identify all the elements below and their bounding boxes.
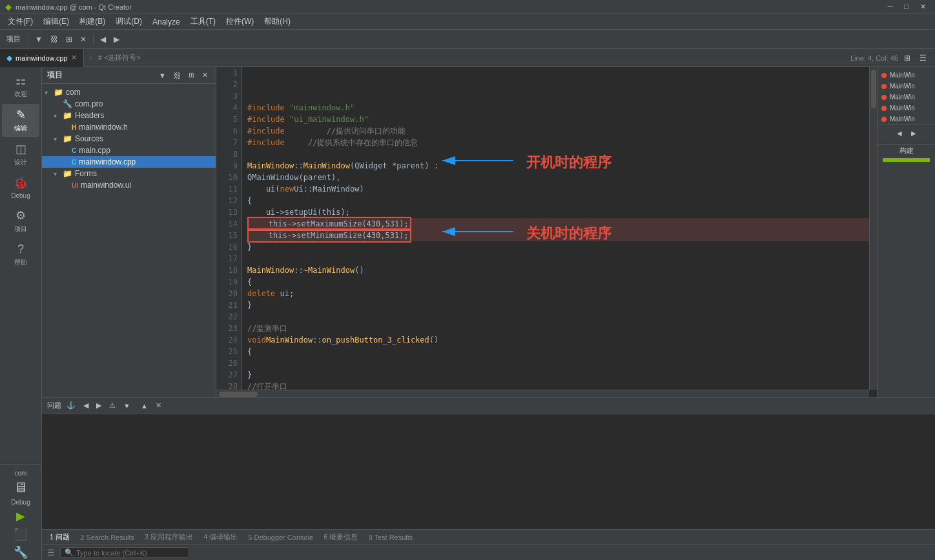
nav-back-button[interactable]: ◀	[97, 33, 109, 46]
tree-icon-mainwindow-ui: UI	[72, 181, 78, 190]
project-split-button[interactable]: ⊞	[186, 70, 197, 81]
filter-button[interactable]: ▼	[32, 33, 46, 46]
maximize-button[interactable]: □	[900, 1, 912, 12]
code-content[interactable]: #include "mainwindow.h"#include "ui_main…	[242, 67, 877, 397]
right-panel-item-0[interactable]: MainWin	[878, 70, 935, 81]
issues-anchor-button[interactable]: ⚓	[64, 401, 78, 410]
search-input[interactable]	[76, 549, 185, 557]
issues-prev-button[interactable]: ◀	[81, 401, 91, 410]
right-panel-item-3[interactable]: MainWin	[878, 103, 935, 114]
horizontal-scrollbar[interactable]	[216, 390, 869, 397]
menu-item-e[interactable]: 编辑(E)	[38, 15, 74, 28]
project-link-button[interactable]: ⛓	[171, 70, 183, 81]
menu-item-f[interactable]: 文件(F)	[3, 15, 38, 28]
code-line-7: QMainWindow(parent),	[247, 172, 872, 183]
sidebar-label-project: 项目	[14, 225, 27, 234]
right-panel-item-2[interactable]: MainWin	[878, 92, 935, 103]
sidebar-icon-debug: 🐞	[14, 176, 28, 190]
menu-item-t[interactable]: 工具(T)	[185, 15, 221, 28]
close-button[interactable]: ✕	[916, 1, 930, 12]
active-tab[interactable]: ◆ mainwindow.cpp ✕	[0, 49, 84, 67]
issues-next-button[interactable]: ▶	[94, 401, 104, 410]
tree-item-headers[interactable]: ▾📁Headers	[42, 110, 216, 121]
sidebar-btn-edit[interactable]: ✎编辑	[2, 104, 39, 137]
tree-item-forms[interactable]: ▾📁Forms	[42, 168, 216, 179]
tree-item-mainwindow-h[interactable]: Hmainwindow.h	[42, 121, 216, 133]
bottom-tab-2[interactable]: 3 应用程序输出	[142, 531, 196, 543]
h-scrollbar-thumb[interactable]	[219, 392, 258, 397]
code-editor: 1234567891011121314151617181920212223242…	[216, 67, 877, 397]
bottom-tab-5[interactable]: 6 概要信息	[321, 531, 360, 543]
bottom-tab-4[interactable]: 5 Debugger Console	[245, 532, 316, 543]
tab-close-button[interactable]: ✕	[71, 54, 77, 62]
code-line-22: {	[247, 346, 872, 357]
tree-item-main-cpp[interactable]: Cmain.cpp	[42, 145, 216, 156]
editor-and-right: 项目 ▼ ⛓ ⊞ ✕ ▾📁com 🔧com.pro▾📁Headers Hmain…	[42, 67, 935, 397]
bottom-tab-1[interactable]: 2 Search Results	[77, 532, 137, 543]
center-column: 项目 ▼ ⛓ ⊞ ✕ ▾📁com 🔧com.pro▾📁Headers Hmain…	[42, 67, 935, 560]
menu-item-w[interactable]: 控件(W)	[221, 15, 259, 28]
issues-filter-button[interactable]: ▼	[121, 401, 133, 410]
issues-close-button[interactable]: ✕	[153, 401, 164, 410]
sidebar-btn-project[interactable]: ⚙项目	[2, 205, 39, 237]
tab-split-button[interactable]: ⊞	[901, 52, 914, 65]
bottom-tab-0[interactable]: 1 问题	[47, 531, 72, 543]
breadcrumb-symbol[interactable]: # <选择符号>	[98, 53, 141, 63]
debug-stop-button[interactable]: ⬛	[10, 526, 31, 542]
line-num-1: 1	[216, 67, 241, 79]
tree-item-mainwindow-cpp[interactable]: Cmainwindow.cpp	[42, 156, 216, 168]
issues-warning-button[interactable]: ⚠	[107, 401, 118, 410]
search-area[interactable]: 🔍	[60, 547, 189, 558]
bottom-tab-3[interactable]: 4 编译输出	[201, 531, 240, 543]
right-dot-2	[881, 95, 887, 100]
code-line-18: }	[247, 299, 872, 311]
minimize-button[interactable]: ─	[884, 1, 897, 12]
line-num-24: 24	[216, 334, 241, 346]
right-dot-0	[881, 73, 887, 78]
line-num-23: 23	[216, 323, 241, 334]
debug-wrench-button[interactable]: 🔧	[10, 545, 31, 560]
line-num-26: 26	[216, 357, 241, 369]
statusbar-menu-button[interactable]: ☰	[47, 548, 55, 557]
tab-options-button[interactable]: ☰	[916, 52, 930, 65]
split-button[interactable]: ⊞	[63, 33, 76, 46]
sidebar-label-edit: 编辑	[14, 124, 27, 133]
tree-item-mainwindow-ui[interactable]: UImainwindow.ui	[42, 179, 216, 191]
project-filter-button[interactable]: ▼	[156, 70, 169, 81]
window-controls[interactable]: ─ □ ✕	[884, 1, 930, 12]
sidebar-btn-welcome[interactable]: ⚏欢迎	[2, 70, 39, 103]
nav-forward-button[interactable]: ▶	[110, 33, 123, 46]
code-line-14	[247, 253, 872, 265]
right-panel-item-4[interactable]: MainWin	[878, 114, 935, 125]
sidebar-icon-design: ◫	[15, 142, 26, 156]
code-line-13: }	[247, 241, 872, 253]
bottom-tabbar: 1 问题2 Search Results3 应用程序输出4 编译输出5 Debu…	[42, 529, 935, 545]
tree-item-sources[interactable]: ▾📁Sources	[42, 133, 216, 145]
sidebar-btn-help[interactable]: ?帮助	[2, 239, 39, 271]
right-dot-1	[881, 84, 887, 89]
search-icon: 🔍	[65, 548, 74, 557]
menu-item-analyze[interactable]: Analyze	[147, 16, 185, 28]
bottom-tab-6[interactable]: 8 Test Results	[365, 532, 415, 543]
right-panel-item-1[interactable]: MainWin	[878, 81, 935, 92]
sidebar-icon-help: ?	[17, 243, 24, 256]
menu-item-d[interactable]: 调试(D)	[110, 15, 147, 28]
tree-icon-headers: 📁	[63, 111, 72, 120]
menu-item-h[interactable]: 帮助(H)	[259, 15, 296, 28]
debug-play-button[interactable]: ▶	[10, 508, 31, 524]
scrollbar-thumb[interactable]	[871, 70, 876, 108]
tree-label-mainwindow-ui: mainwindow.ui	[81, 181, 131, 190]
tree-item-com[interactable]: ▾📁com	[42, 86, 216, 98]
right-scroll-right[interactable]: ▶	[908, 128, 920, 139]
project-close-button[interactable]: ✕	[200, 70, 211, 81]
sidebar-btn-debug[interactable]: 🐞Debug	[2, 172, 39, 203]
sidebar-btn-design[interactable]: ◫设计	[2, 138, 39, 171]
right-scroll-left[interactable]: ◀	[894, 128, 905, 139]
link-button[interactable]: ⛓	[47, 33, 61, 46]
menu-item-b[interactable]: 构建(B)	[74, 15, 110, 28]
line-num-5: 5	[216, 114, 241, 125]
close-doc-button[interactable]: ✕	[77, 33, 90, 46]
tree-item-com-pro[interactable]: 🔧com.pro	[42, 98, 216, 110]
vertical-scrollbar[interactable]	[869, 67, 877, 390]
issues-collapse-button[interactable]: ▲	[138, 401, 150, 410]
